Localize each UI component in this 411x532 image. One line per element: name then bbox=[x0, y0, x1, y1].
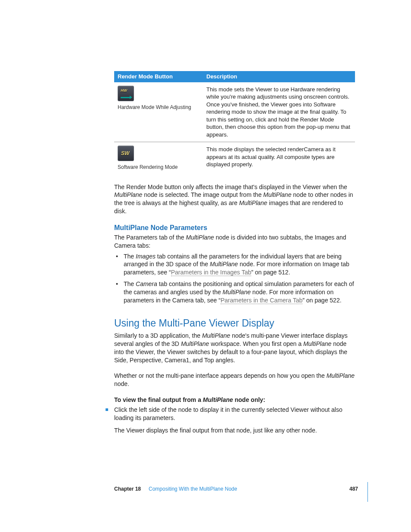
link-camera-tab[interactable]: Parameters in the Camera Tab bbox=[221, 297, 302, 304]
list-item: The Camera tab contains the positioning … bbox=[122, 280, 355, 305]
hardware-mode-icon bbox=[118, 86, 134, 101]
row2-caption: Software Rendering Mode bbox=[118, 164, 199, 171]
multipane-para: Similarly to a 3D application, the Multi… bbox=[114, 332, 355, 364]
params-list: The Images tab contains all the paramete… bbox=[114, 252, 355, 305]
row2-desc: This mode displays the selected renderCa… bbox=[203, 142, 355, 174]
task-heading: To view the final output from a MultiPla… bbox=[114, 396, 355, 404]
list-item: The Images tab contains all the paramete… bbox=[122, 252, 355, 277]
table-row: Software Rendering Mode This mode displa… bbox=[114, 142, 355, 174]
software-mode-icon bbox=[118, 146, 134, 161]
th-desc: Description bbox=[203, 71, 355, 82]
step-1-result: The Viewer displays the final output fro… bbox=[114, 426, 355, 435]
whether-para: Whether or not the multi-pane interface … bbox=[114, 372, 355, 388]
footer-chapter: Chapter 18 bbox=[114, 486, 141, 492]
footer-title: Compositing With the MultiPlane Node bbox=[149, 486, 237, 492]
multiplane-params-heading: MultiPlane Node Parameters bbox=[114, 223, 355, 233]
render-mode-para: The Render Mode button only affects the … bbox=[114, 183, 355, 216]
th-button: Render Mode Button bbox=[114, 71, 203, 82]
page-footer: Chapter 18 Compositing With the MultiPla… bbox=[114, 482, 368, 502]
step-1: Click the left side of the node to displ… bbox=[114, 406, 355, 422]
row1-caption: Hardware Mode While Adjusting bbox=[118, 104, 199, 111]
footer-page: 487 bbox=[349, 486, 358, 492]
multipane-heading: Using the Multi-Pane Viewer Display bbox=[114, 317, 355, 330]
render-mode-table: Render Mode Button Description Hardware … bbox=[114, 71, 355, 174]
params-intro: The Parameters tab of the MultiPlane nod… bbox=[114, 233, 355, 250]
link-images-tab[interactable]: Parameters in the Images Tab bbox=[171, 269, 252, 276]
table-row: Hardware Mode While Adjusting This mode … bbox=[114, 82, 355, 142]
row1-desc: This mode sets the Viewer to use Hardwar… bbox=[203, 82, 355, 142]
